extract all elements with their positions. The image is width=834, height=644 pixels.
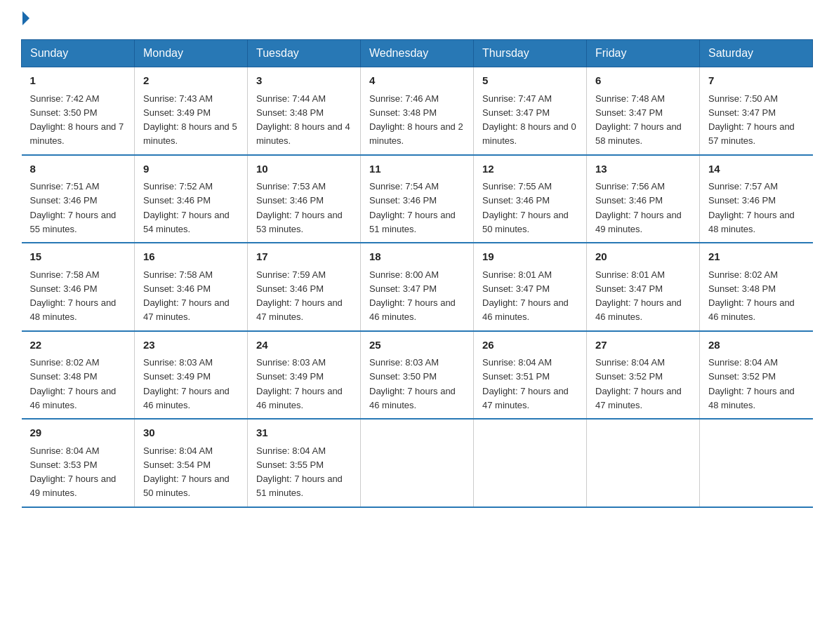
calendar-cell: 28Sunrise: 8:04 AMSunset: 3:52 PMDayligh…: [700, 331, 813, 420]
weekday-header-tuesday: Tuesday: [248, 40, 361, 67]
calendar-cell: 17Sunrise: 7:59 AMSunset: 3:46 PMDayligh…: [248, 243, 361, 331]
calendar-cell: 2Sunrise: 7:43 AMSunset: 3:49 PMDaylight…: [135, 67, 248, 155]
day-info: Sunrise: 7:42 AMSunset: 3:50 PMDaylight:…: [30, 93, 124, 147]
day-number: 22: [30, 337, 126, 354]
calendar-cell: 31Sunrise: 8:04 AMSunset: 3:55 PMDayligh…: [248, 419, 361, 507]
day-number: 1: [30, 73, 126, 89]
calendar-week-row: 15Sunrise: 7:58 AMSunset: 3:46 PMDayligh…: [22, 243, 813, 331]
day-info: Sunrise: 7:51 AMSunset: 3:46 PMDaylight:…: [30, 181, 117, 234]
day-number: 2: [143, 73, 239, 89]
day-number: 27: [595, 337, 691, 354]
calendar-cell: 22Sunrise: 8:02 AMSunset: 3:48 PMDayligh…: [22, 331, 135, 420]
calendar-cell: 1Sunrise: 7:42 AMSunset: 3:50 PMDaylight…: [22, 67, 135, 155]
day-number: 31: [256, 425, 352, 441]
day-info: Sunrise: 7:50 AMSunset: 3:47 PMDaylight:…: [708, 93, 795, 147]
day-number: 30: [143, 425, 239, 441]
day-number: 21: [708, 249, 805, 265]
calendar-cell: [474, 419, 587, 507]
weekday-header-friday: Friday: [587, 40, 700, 67]
day-info: Sunrise: 8:04 AMSunset: 3:53 PMDaylight:…: [30, 445, 117, 499]
day-number: 23: [143, 337, 239, 354]
day-number: 13: [595, 161, 691, 177]
day-number: 25: [369, 337, 465, 354]
weekday-header-monday: Monday: [135, 40, 248, 67]
weekday-header-saturday: Saturday: [700, 40, 813, 67]
day-info: Sunrise: 8:00 AMSunset: 3:47 PMDaylight:…: [369, 269, 456, 323]
day-number: 8: [30, 161, 126, 177]
day-number: 7: [708, 73, 805, 89]
calendar-week-row: 8Sunrise: 7:51 AMSunset: 3:46 PMDaylight…: [22, 155, 813, 243]
day-info: Sunrise: 8:01 AMSunset: 3:47 PMDaylight:…: [595, 269, 682, 323]
day-info: Sunrise: 8:04 AMSunset: 3:51 PMDaylight:…: [482, 357, 569, 410]
day-info: Sunrise: 7:53 AMSunset: 3:46 PMDaylight:…: [256, 181, 343, 234]
calendar-cell: 30Sunrise: 8:04 AMSunset: 3:54 PMDayligh…: [135, 419, 248, 507]
day-info: Sunrise: 7:47 AMSunset: 3:47 PMDaylight:…: [482, 93, 576, 147]
day-number: 10: [256, 161, 352, 177]
calendar-week-row: 22Sunrise: 8:02 AMSunset: 3:48 PMDayligh…: [22, 331, 813, 420]
calendar-cell: 25Sunrise: 8:03 AMSunset: 3:50 PMDayligh…: [361, 331, 474, 420]
day-info: Sunrise: 8:04 AMSunset: 3:54 PMDaylight:…: [143, 445, 230, 499]
calendar-cell: 24Sunrise: 8:03 AMSunset: 3:49 PMDayligh…: [248, 331, 361, 420]
day-number: 9: [143, 161, 239, 177]
calendar-cell: 18Sunrise: 8:00 AMSunset: 3:47 PMDayligh…: [361, 243, 474, 331]
day-info: Sunrise: 8:01 AMSunset: 3:47 PMDaylight:…: [482, 269, 569, 323]
day-number: 5: [482, 73, 578, 89]
calendar-week-row: 1Sunrise: 7:42 AMSunset: 3:50 PMDaylight…: [22, 67, 813, 155]
day-number: 28: [708, 337, 805, 354]
day-info: Sunrise: 7:48 AMSunset: 3:47 PMDaylight:…: [595, 93, 682, 147]
day-number: 11: [369, 161, 465, 177]
day-info: Sunrise: 7:54 AMSunset: 3:46 PMDaylight:…: [369, 181, 456, 234]
calendar-cell: 20Sunrise: 8:01 AMSunset: 3:47 PMDayligh…: [587, 243, 700, 331]
day-info: Sunrise: 8:03 AMSunset: 3:49 PMDaylight:…: [256, 357, 343, 410]
calendar-cell: 5Sunrise: 7:47 AMSunset: 3:47 PMDaylight…: [474, 67, 587, 155]
calendar-cell: 26Sunrise: 8:04 AMSunset: 3:51 PMDayligh…: [474, 331, 587, 420]
day-info: Sunrise: 8:02 AMSunset: 3:48 PMDaylight:…: [708, 269, 795, 323]
calendar-cell: 12Sunrise: 7:55 AMSunset: 3:46 PMDayligh…: [474, 155, 587, 243]
day-number: 15: [30, 249, 126, 265]
day-info: Sunrise: 8:04 AMSunset: 3:52 PMDaylight:…: [708, 357, 795, 410]
day-number: 24: [256, 337, 352, 354]
day-info: Sunrise: 7:58 AMSunset: 3:46 PMDaylight:…: [143, 269, 230, 323]
day-info: Sunrise: 7:55 AMSunset: 3:46 PMDaylight:…: [482, 181, 569, 234]
calendar-cell: 27Sunrise: 8:04 AMSunset: 3:52 PMDayligh…: [587, 331, 700, 420]
calendar-table: SundayMondayTuesdayWednesdayThursdayFrid…: [21, 39, 813, 508]
calendar-cell: [700, 419, 813, 507]
day-info: Sunrise: 7:59 AMSunset: 3:46 PMDaylight:…: [256, 269, 343, 323]
day-info: Sunrise: 8:04 AMSunset: 3:52 PMDaylight:…: [595, 357, 682, 410]
day-info: Sunrise: 8:02 AMSunset: 3:48 PMDaylight:…: [30, 357, 117, 410]
calendar-cell: [587, 419, 700, 507]
calendar-cell: 3Sunrise: 7:44 AMSunset: 3:48 PMDaylight…: [248, 67, 361, 155]
day-number: 6: [595, 73, 691, 89]
calendar-header-row: SundayMondayTuesdayWednesdayThursdayFrid…: [22, 40, 813, 67]
calendar-cell: 9Sunrise: 7:52 AMSunset: 3:46 PMDaylight…: [135, 155, 248, 243]
calendar-cell: 21Sunrise: 8:02 AMSunset: 3:48 PMDayligh…: [700, 243, 813, 331]
page-header: [21, 14, 813, 25]
day-info: Sunrise: 7:52 AMSunset: 3:46 PMDaylight:…: [143, 181, 230, 234]
calendar-cell: 13Sunrise: 7:56 AMSunset: 3:46 PMDayligh…: [587, 155, 700, 243]
day-number: 3: [256, 73, 352, 89]
calendar-cell: 6Sunrise: 7:48 AMSunset: 3:47 PMDaylight…: [587, 67, 700, 155]
calendar-cell: 23Sunrise: 8:03 AMSunset: 3:49 PMDayligh…: [135, 331, 248, 420]
day-number: 20: [595, 249, 691, 265]
logo-arrow-icon: [22, 11, 29, 25]
calendar-cell: 15Sunrise: 7:58 AMSunset: 3:46 PMDayligh…: [22, 243, 135, 331]
weekday-header-thursday: Thursday: [474, 40, 587, 67]
calendar-cell: 8Sunrise: 7:51 AMSunset: 3:46 PMDaylight…: [22, 155, 135, 243]
day-info: Sunrise: 8:03 AMSunset: 3:50 PMDaylight:…: [369, 357, 456, 410]
calendar-cell: 19Sunrise: 8:01 AMSunset: 3:47 PMDayligh…: [474, 243, 587, 331]
day-number: 4: [369, 73, 465, 89]
weekday-header-sunday: Sunday: [22, 40, 135, 67]
day-number: 29: [30, 425, 126, 441]
calendar-cell: 11Sunrise: 7:54 AMSunset: 3:46 PMDayligh…: [361, 155, 474, 243]
weekday-header-wednesday: Wednesday: [361, 40, 474, 67]
calendar-cell: 16Sunrise: 7:58 AMSunset: 3:46 PMDayligh…: [135, 243, 248, 331]
day-info: Sunrise: 8:03 AMSunset: 3:49 PMDaylight:…: [143, 357, 230, 410]
day-info: Sunrise: 8:04 AMSunset: 3:55 PMDaylight:…: [256, 445, 343, 499]
day-number: 26: [482, 337, 578, 354]
day-info: Sunrise: 7:58 AMSunset: 3:46 PMDaylight:…: [30, 269, 117, 323]
day-number: 16: [143, 249, 239, 265]
calendar-week-row: 29Sunrise: 8:04 AMSunset: 3:53 PMDayligh…: [22, 419, 813, 507]
calendar-cell: 14Sunrise: 7:57 AMSunset: 3:46 PMDayligh…: [700, 155, 813, 243]
calendar-cell: 4Sunrise: 7:46 AMSunset: 3:48 PMDaylight…: [361, 67, 474, 155]
calendar-cell: 10Sunrise: 7:53 AMSunset: 3:46 PMDayligh…: [248, 155, 361, 243]
